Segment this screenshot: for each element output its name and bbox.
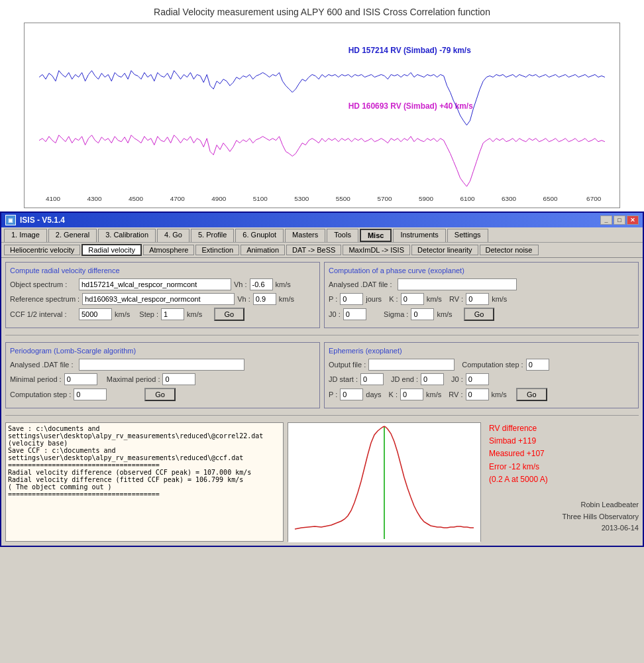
- eph-compstep-label: Computation step :: [462, 361, 523, 369]
- vh2-input[interactable]: [253, 293, 276, 305]
- svg-text:4100: 4100: [46, 195, 61, 202]
- compute-panel: Compute radial velocity difference Objec…: [5, 262, 320, 328]
- titlebar-buttons: _ □ ✕: [600, 215, 639, 225]
- phase-dat-row: Analysed .DAT file :: [329, 278, 634, 290]
- k-unit: km/s: [427, 295, 442, 303]
- phase-panel: Computation of a phase curve (exoplanet)…: [324, 262, 639, 328]
- jd-start-label: JD start :: [329, 375, 358, 383]
- ccf-input[interactable]: [79, 308, 112, 320]
- ephemeris-panel: Ephemeris (exoplanet) Output file : Comp…: [324, 342, 639, 408]
- log-textarea[interactable]: [5, 422, 284, 542]
- close-button[interactable]: ✕: [627, 215, 639, 225]
- object-input[interactable]: [79, 278, 231, 290]
- tab-image[interactable]: 1. Image: [4, 229, 47, 242]
- period-dat-label: Analysed .DAT file :: [10, 361, 76, 369]
- eph-pkrv-row: P : days K : km/s RV : km/s Go: [329, 388, 634, 401]
- divider1: [5, 335, 639, 335]
- svg-text:4500: 4500: [129, 195, 144, 202]
- subtabs-row: Heliocentric velocity Radial velocity At…: [1, 243, 643, 258]
- subtab-heliocentric[interactable]: Heliocentric velocity: [4, 245, 80, 255]
- min-period-input[interactable]: [64, 373, 97, 385]
- svg-text:5300: 5300: [294, 195, 309, 202]
- svg-text:6100: 6100: [460, 195, 476, 202]
- eph-output-label: Output file :: [329, 361, 366, 369]
- compute-go-button[interactable]: Go: [214, 308, 245, 321]
- eph-rv-unit: km/s: [492, 391, 507, 398]
- menu-tabs-row: 1. Image 2. General 3. Calibration 4. Go…: [1, 227, 643, 243]
- step-input[interactable]: [161, 308, 184, 320]
- tab-calibration[interactable]: 3. Calibration: [98, 229, 156, 242]
- ccf-unit: km/s: [115, 310, 130, 318]
- eph-p-input[interactable]: [340, 389, 363, 400]
- tab-profile[interactable]: 5. Profile: [191, 229, 234, 242]
- periodogram-panel: Periodogram (Lomb-Scargle algorithm) Ana…: [5, 342, 320, 408]
- subtab-radial[interactable]: Radial velocity: [81, 244, 142, 256]
- rv-line4: Error -12 km/s: [489, 461, 639, 473]
- subtab-dat-bess[interactable]: DAT -> BeSS: [286, 245, 341, 255]
- ephemeris-title: Ephemeris (exoplanet): [329, 347, 634, 355]
- period-step-row: Computation step : Go: [10, 388, 315, 401]
- sigma-label: Sigma :: [384, 310, 408, 318]
- period-step-input[interactable]: [74, 389, 107, 400]
- minimize-button[interactable]: _: [600, 215, 612, 225]
- maximize-button[interactable]: □: [614, 215, 625, 225]
- subtab-detector-linearity[interactable]: Detector linearity: [411, 245, 478, 255]
- eph-compstep-input[interactable]: [526, 359, 549, 371]
- eph-go-button[interactable]: Go: [516, 388, 547, 401]
- phase-j0sigma-row: J0 : Sigma : km/s Go: [329, 308, 634, 321]
- period-dat-input[interactable]: [79, 359, 244, 371]
- app-icon: ▣: [5, 215, 16, 225]
- eph-j0-input[interactable]: [466, 373, 489, 385]
- subtab-detector-noise[interactable]: Detector noise: [480, 245, 539, 255]
- rv-line5: (0.2 A at 5000 A): [489, 473, 639, 486]
- phase-go-button[interactable]: Go: [464, 308, 495, 321]
- svg-text:5900: 5900: [419, 195, 434, 202]
- subtab-animation[interactable]: Animation: [241, 245, 285, 255]
- tab-misc[interactable]: Misc: [360, 229, 392, 242]
- attribution2: Three Hills Observatory: [489, 511, 639, 523]
- p-input[interactable]: [340, 293, 363, 305]
- k-input[interactable]: [401, 293, 424, 305]
- top-chart-area: Radial Velocity measurement using ALPY 6…: [0, 0, 644, 211]
- subtab-extinction[interactable]: Extinction: [195, 245, 239, 255]
- isis-window: ▣ ISIS - V5.1.4 _ □ ✕ 1. Image 2. Genera…: [0, 211, 644, 547]
- rv-input[interactable]: [466, 293, 489, 305]
- rv-info: RV difference Simbad +119 Measured +107 …: [485, 422, 639, 542]
- vh1-input[interactable]: [250, 278, 273, 290]
- eph-output-input[interactable]: [368, 359, 455, 371]
- sigma-input[interactable]: [411, 308, 434, 320]
- bottom-section: RV difference Simbad +119 Measured +107 …: [1, 422, 643, 546]
- reference-input[interactable]: [82, 293, 235, 305]
- eph-rv-input[interactable]: [466, 389, 489, 400]
- tab-masters[interactable]: Masters: [285, 229, 325, 242]
- rv-attribution: Robin Leadbeater Three Hills Observatory…: [489, 499, 639, 534]
- j0-input[interactable]: [343, 308, 366, 320]
- jd-start-input[interactable]: [360, 373, 384, 385]
- period-dat-row: Analysed .DAT file :: [10, 359, 315, 371]
- period-go-button[interactable]: Go: [144, 388, 176, 401]
- subtab-maximdl[interactable]: MaxImDL -> ISIS: [343, 245, 410, 255]
- tab-instruments[interactable]: Instruments: [393, 229, 445, 242]
- jd-end-label: JD end :: [391, 375, 418, 383]
- rv-unit: km/s: [492, 295, 507, 303]
- tab-go[interactable]: 4. Go: [157, 229, 189, 242]
- tab-tools[interactable]: Tools: [327, 229, 358, 242]
- step-unit: km/s: [187, 310, 202, 318]
- subtab-atmosphere[interactable]: Atmosphere: [143, 245, 194, 255]
- svg-text:6300: 6300: [502, 195, 517, 202]
- jd-end-input[interactable]: [421, 373, 444, 385]
- tab-settings[interactable]: Settings: [447, 229, 488, 242]
- main-content: Compute radial velocity difference Objec…: [1, 258, 643, 422]
- tab-gnuplot[interactable]: 6. Gnuplot: [235, 229, 284, 242]
- j0-label: J0 :: [329, 310, 341, 318]
- max-period-input[interactable]: [162, 373, 195, 385]
- svg-text:6500: 6500: [543, 195, 559, 202]
- eph-k-input[interactable]: [400, 389, 423, 400]
- min-period-label: Minimal period :: [10, 375, 62, 383]
- phase-dat-input[interactable]: [398, 278, 517, 290]
- rv-line3: Measured +107: [489, 448, 639, 460]
- period-step-label: Computation step :: [10, 391, 71, 398]
- k-label: K :: [389, 295, 398, 303]
- ccf-label: CCF 1/2 interval :: [10, 310, 76, 318]
- tab-general[interactable]: 2. General: [48, 229, 97, 242]
